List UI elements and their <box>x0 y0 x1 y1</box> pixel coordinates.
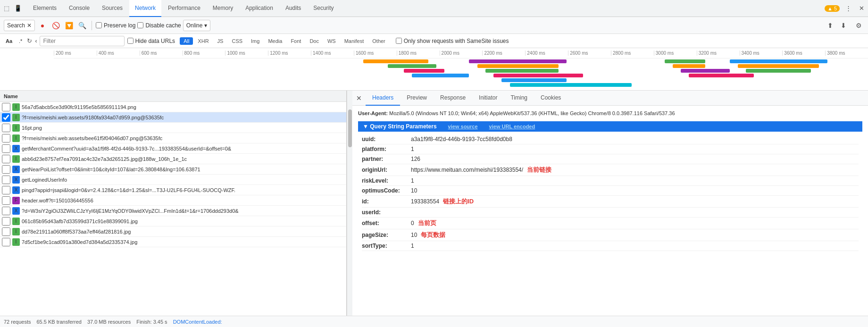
search-box[interactable]: Search ✕ <box>4 20 35 31</box>
request-row[interactable]: XgetLoginedUserInfo <box>0 175 346 185</box>
tab-elements[interactable]: Elements <box>27 0 62 17</box>
ruler-mark: 3000 ms <box>654 50 697 56</box>
inspect-icon[interactable]: ⬚ <box>2 4 11 13</box>
filter-type-font[interactable]: Font <box>287 37 305 45</box>
hide-data-urls-checkbox[interactable] <box>127 38 134 44</box>
request-row[interactable]: I16pt.png <box>0 123 346 133</box>
row-checkbox[interactable] <box>2 217 10 226</box>
tab-security[interactable]: Security <box>308 0 339 17</box>
domcontentloaded-label[interactable]: DOMContentLoaded: <box>173 319 222 325</box>
row-checkbox[interactable] <box>2 207 10 215</box>
request-row[interactable]: Idd78e21911a060ff8f5373aa7eff46af281816.… <box>0 226 346 237</box>
panel-tab-preview[interactable]: Preview <box>400 91 434 106</box>
filter-type-media[interactable]: Media <box>264 37 286 45</box>
tab-application[interactable]: Application <box>240 0 279 17</box>
user-agent-text: User-Agent: Mozilla/5.0 (Windows NT 10.0… <box>358 109 862 117</box>
scrollbar-thumb[interactable] <box>348 109 352 147</box>
record-button[interactable]: ● <box>37 20 48 31</box>
request-row[interactable]: XgetNearPoiList?offset=0&limit=10&cityId… <box>0 164 346 175</box>
settings-icon[interactable]: ⚙ <box>853 20 864 31</box>
row-checkbox[interactable] <box>2 155 10 163</box>
request-row[interactable]: I061c85b95d43afb7d33599d371c91e88399091.… <box>0 216 346 226</box>
close-devtools-icon[interactable]: ✕ <box>857 4 866 13</box>
request-row[interactable]: I?f=meis/meishi.web:assets/9180fa934a07d… <box>0 112 346 123</box>
refresh-icon[interactable]: ↻ <box>27 37 32 44</box>
aa-button[interactable]: Aa <box>4 37 14 45</box>
request-row[interactable]: Xpingd?appid=jsapi&logid=0&v=2.4.128&c=1… <box>0 185 346 195</box>
disable-cache-label[interactable]: Disable cache <box>137 22 181 29</box>
request-row[interactable]: Iabb6d23e8757ef7ea7091ac4c32e7a3d265125.… <box>0 154 346 164</box>
request-row[interactable]: X?d=W3siY2giOiJ3ZWliLCJzYyI6IjE1MzYqODY0… <box>0 206 346 216</box>
request-scroll[interactable]: I56a7d5abcb5ce3d90fc91195e5b5856911194.p… <box>0 102 346 316</box>
tab-sources[interactable]: Sources <box>96 0 128 17</box>
filter-type-manifest[interactable]: Manifest <box>341 37 368 45</box>
row-checkbox[interactable] <box>2 103 10 111</box>
tab-performance[interactable]: Performance <box>162 0 206 17</box>
dot-button[interactable]: .* <box>17 37 24 45</box>
request-row[interactable]: Fheader.woff?t=1501036445556 <box>0 195 346 206</box>
filter-type-doc[interactable]: Doc <box>306 37 323 45</box>
row-checkbox[interactable] <box>2 176 10 184</box>
device-icon[interactable]: 📱 <box>13 4 23 13</box>
disable-cache-checkbox[interactable] <box>137 22 143 28</box>
qs-view-source-link[interactable]: view source <box>448 124 478 129</box>
samesite-filter-label[interactable]: Only show requests with SameSite issues <box>396 38 509 44</box>
filter-type-other[interactable]: Other <box>368 37 389 45</box>
samesite-checkbox[interactable] <box>396 38 402 44</box>
clear-button[interactable]: 🚫 <box>50 20 61 31</box>
panel-tab-headers[interactable]: Headers <box>366 91 400 106</box>
panel-tab-cookies[interactable]: Cookies <box>534 91 568 106</box>
request-row[interactable]: I56a7d5abcb5ce3d90fc91195e5b5856911194.p… <box>0 102 346 112</box>
hide-data-urls-label[interactable]: Hide data URLs <box>127 38 175 44</box>
preserve-log-checkbox[interactable] <box>96 22 102 28</box>
search-close-icon[interactable]: ✕ <box>27 22 32 29</box>
request-row[interactable]: I?f=meis/meishi.web:assets/bee61f5f04046… <box>0 133 346 143</box>
filter-type-js[interactable]: JS <box>214 37 227 45</box>
row-checkbox[interactable] <box>2 134 10 143</box>
filter-type-all[interactable]: All <box>180 37 193 45</box>
panel-close-button[interactable]: ✕ <box>352 91 366 106</box>
filter-type-xhr[interactable]: XHR <box>194 37 212 45</box>
tab-console[interactable]: Console <box>63 0 95 17</box>
row-checkbox[interactable] <box>2 227 10 236</box>
download-icon[interactable]: ⬇ <box>838 20 849 31</box>
filter-type-ws[interactable]: WS <box>324 37 340 45</box>
back-icon[interactable]: ‹ <box>35 38 37 44</box>
row-checkbox[interactable] <box>2 238 10 246</box>
request-list-header: Name <box>0 91 346 102</box>
row-checkbox[interactable] <box>2 124 10 132</box>
filter-types: All XHR JS CSS Img Media Font Doc WS Man… <box>180 37 389 45</box>
filter-icon[interactable]: 🔽 <box>63 20 75 31</box>
row-checkbox[interactable] <box>2 144 10 153</box>
throttle-select[interactable]: Online ▾ <box>183 20 211 31</box>
more-icon[interactable]: ⋮ <box>843 4 853 13</box>
filter-input[interactable] <box>40 36 125 46</box>
timeline-bar <box>746 69 811 73</box>
request-row[interactable]: I7d5cf1be9c1cad091a380ed7d384a5d2335374.… <box>0 237 346 247</box>
tab-network[interactable]: Network <box>129 0 161 17</box>
warning-badge[interactable]: ▲ 5 <box>825 5 840 12</box>
timeline-bar <box>501 78 567 82</box>
row-checkbox[interactable] <box>2 186 10 194</box>
tab-audits[interactable]: Audits <box>280 0 307 17</box>
qs-header: ▼ Query String Parameters view source vi… <box>358 121 862 132</box>
preserve-log-label[interactable]: Preserve log <box>96 22 135 29</box>
search-icon[interactable]: 🔍 <box>76 20 88 31</box>
panel-tab-response[interactable]: Response <box>434 91 472 106</box>
upload-icon[interactable]: ⬆ <box>825 20 836 31</box>
row-checkbox[interactable] <box>2 113 10 122</box>
qs-view-url-encoded-link[interactable]: view URL encoded <box>489 124 535 129</box>
request-list-scrollbar[interactable] <box>347 91 352 316</box>
panel-tab-timing[interactable]: Timing <box>504 91 534 106</box>
row-checkbox[interactable] <box>2 196 10 205</box>
qs-param-key: originUrl: <box>362 167 409 173</box>
request-row[interactable]: XgetMerchantComment?uuid=a3a1f9f8-4f2d-4… <box>0 143 346 154</box>
qs-param-key: riskLevel: <box>362 177 409 184</box>
filter-type-img[interactable]: Img <box>247 37 263 45</box>
request-name: ?d=W3siY2giOiJ3ZWliLCJzYyI6IjE1MzYqODY0l… <box>22 208 344 214</box>
tab-memory[interactable]: Memory <box>207 0 239 17</box>
row-checkbox[interactable] <box>2 165 10 174</box>
panel-tab-initiator[interactable]: Initiator <box>472 91 504 106</box>
qs-param-key: userId: <box>362 209 409 216</box>
filter-type-css[interactable]: CSS <box>228 37 246 45</box>
